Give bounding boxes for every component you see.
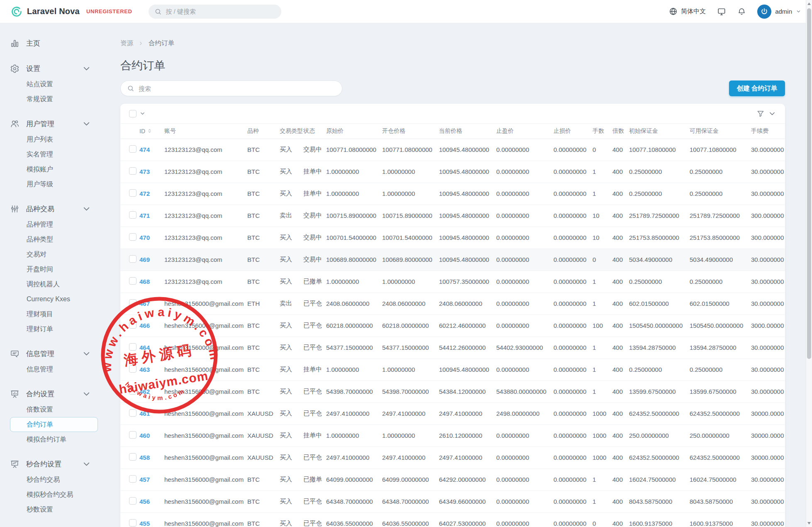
order-id-link[interactable]: 473 xyxy=(139,168,150,175)
order-id-link[interactable]: 474 xyxy=(139,146,150,153)
table-cell: 已平仓 xyxy=(303,293,326,315)
scrollbar-down-arrow[interactable] xyxy=(807,522,811,525)
resource-search[interactable] xyxy=(120,81,342,96)
user-menu[interactable]: admin xyxy=(757,5,801,19)
sidebar-item-2[interactable]: 用户管理 xyxy=(10,115,104,132)
table-cell: 1 xyxy=(593,337,612,359)
row-checkbox[interactable] xyxy=(129,233,137,241)
row-checkbox[interactable] xyxy=(129,145,137,153)
row-checkbox[interactable] xyxy=(129,211,137,219)
sidebar-subitem[interactable]: 常规设置 xyxy=(10,92,98,107)
row-checkbox[interactable] xyxy=(129,497,137,505)
sidebar-subitem[interactable]: 交易对 xyxy=(10,247,98,262)
order-id-link[interactable]: 469 xyxy=(139,256,150,263)
row-checkbox[interactable] xyxy=(129,453,137,461)
brand-name[interactable]: Laravel Nova xyxy=(27,7,80,16)
scrollbar-up-arrow[interactable] xyxy=(807,2,811,5)
theme-monitor-icon[interactable] xyxy=(717,7,726,16)
sidebar-subitem[interactable]: 实名管理 xyxy=(10,147,98,162)
resource-search-input[interactable] xyxy=(139,85,336,92)
order-id-link[interactable]: 462 xyxy=(139,388,150,395)
select-all-chevron-icon[interactable] xyxy=(139,110,146,117)
chevron-right-icon xyxy=(138,41,144,46)
order-id-link[interactable]: 461 xyxy=(139,410,150,417)
sort-icon[interactable] xyxy=(147,128,152,134)
order-id-link[interactable]: 458 xyxy=(139,454,150,461)
language-switcher[interactable]: 简体中文 xyxy=(669,7,706,16)
row-checkbox[interactable] xyxy=(129,321,137,329)
filter-chevron-icon[interactable] xyxy=(768,110,776,118)
sidebar-subitem[interactable]: 合约订单 xyxy=(10,417,98,432)
sidebar-subitem[interactable]: 秒合约交易 xyxy=(10,472,98,487)
table-cell: 1 xyxy=(593,468,612,490)
sidebar-subitem[interactable]: 信息管理 xyxy=(10,362,98,377)
sidebar-subitem[interactable]: 倍数设置 xyxy=(10,402,98,417)
sidebar-subitem[interactable]: 用户等级 xyxy=(10,177,98,192)
row-checkbox[interactable] xyxy=(129,255,137,263)
order-id-link[interactable]: 470 xyxy=(139,234,150,241)
sidebar-subitem[interactable]: 秒数设置 xyxy=(10,502,98,517)
table-cell: 30.0000000 xyxy=(751,490,785,512)
row-checkbox[interactable] xyxy=(129,519,137,527)
order-id-link[interactable]: 471 xyxy=(139,212,150,219)
select-all-checkbox[interactable] xyxy=(129,110,137,117)
row-checkbox[interactable] xyxy=(129,431,137,439)
sidebar-subitem[interactable]: Currency Kxes xyxy=(10,292,98,307)
order-id-link[interactable]: 464 xyxy=(139,344,150,351)
row-checkbox[interactable] xyxy=(129,167,137,175)
breadcrumb-current: 合约订单 xyxy=(149,39,174,48)
sidebar-subitem[interactable]: 开盘时间 xyxy=(10,262,98,277)
sidebar-subitem[interactable]: 模拟秒合约交易 xyxy=(10,487,98,502)
table-cell: 624352.50000000 xyxy=(690,446,751,468)
header-checkbox-cell xyxy=(120,124,139,139)
table-cell: 100771.08000000 xyxy=(326,139,382,161)
row-checkbox[interactable] xyxy=(129,387,137,395)
row-checkbox[interactable] xyxy=(129,409,137,417)
table-cell: 400 xyxy=(612,446,629,468)
sidebar-subitem[interactable]: 调控机器人 xyxy=(10,277,98,292)
sidebar-subitem[interactable]: 模拟合约订单 xyxy=(10,432,98,447)
sidebar-subitem[interactable]: 用户列表 xyxy=(10,132,98,147)
sidebar-item-6[interactable]: 秒合约设置 xyxy=(10,456,104,472)
create-order-button[interactable]: 创建 合约订单 xyxy=(729,81,785,96)
column-header: 账号 xyxy=(164,124,247,139)
row-checkbox[interactable] xyxy=(129,365,137,373)
table-cell: 30.0000000 xyxy=(751,359,785,381)
row-checkbox[interactable] xyxy=(129,475,137,483)
order-id-link[interactable]: 457 xyxy=(139,476,150,483)
row-checkbox[interactable] xyxy=(129,343,137,351)
row-checkbox[interactable] xyxy=(129,299,137,307)
table-cell: 30.0000000 xyxy=(751,381,785,403)
breadcrumb-resources[interactable]: 资源 xyxy=(120,39,133,48)
sidebar-item-4[interactable]: 信息管理 xyxy=(10,345,104,362)
sidebar-item-5[interactable]: 合约设置 xyxy=(10,385,104,402)
sidebar-item-3[interactable]: 品种交易 xyxy=(10,200,104,217)
order-id-link[interactable]: 460 xyxy=(139,432,150,439)
global-search[interactable] xyxy=(149,5,281,19)
order-id-link[interactable]: 463 xyxy=(139,366,150,373)
order-id-link[interactable]: 467 xyxy=(139,300,150,307)
sidebar-subitem[interactable]: 品种类型 xyxy=(10,232,98,247)
row-checkbox[interactable] xyxy=(129,189,137,197)
sidebar-subitem[interactable]: 站点设置 xyxy=(10,77,98,92)
order-id-link[interactable]: 455 xyxy=(139,520,150,527)
global-search-input[interactable] xyxy=(166,8,276,15)
sidebar-subitem[interactable]: 理财项目 xyxy=(10,307,98,322)
page-scrollbar[interactable] xyxy=(806,0,812,527)
order-id-link[interactable]: 466 xyxy=(139,322,150,329)
row-checkbox[interactable] xyxy=(129,277,137,285)
scrollbar-thumb[interactable] xyxy=(807,8,811,359)
table-cell: 602.01500000 xyxy=(629,293,690,315)
table-cell: 0.00000000 xyxy=(554,468,593,490)
order-id-link[interactable]: 456 xyxy=(139,498,150,505)
sidebar-item-1[interactable]: 设置 xyxy=(10,60,104,77)
sidebar-subitem[interactable]: 品种管理 xyxy=(10,217,98,232)
sidebar-subitem[interactable]: 模拟账户 xyxy=(10,162,98,177)
sidebar-subitem[interactable]: 理财订单 xyxy=(10,322,98,337)
filter-funnel-icon[interactable] xyxy=(756,110,765,118)
order-id-link[interactable]: 472 xyxy=(139,190,150,197)
notifications-bell-icon[interactable] xyxy=(737,7,746,16)
sidebar-item-0[interactable]: 主页 xyxy=(10,35,104,51)
sidebar-item-label: 用户管理 xyxy=(26,119,54,129)
order-id-link[interactable]: 468 xyxy=(139,278,150,285)
